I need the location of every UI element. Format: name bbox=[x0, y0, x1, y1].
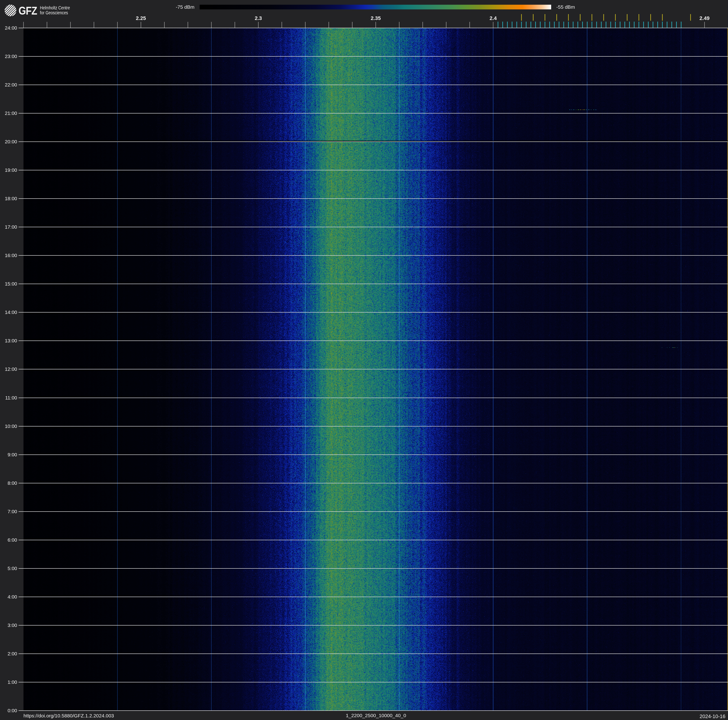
svg-text:8:00: 8:00 bbox=[8, 480, 17, 486]
svg-text:2.4: 2.4 bbox=[489, 15, 497, 21]
svg-text:22:00: 22:00 bbox=[5, 82, 17, 87]
svg-text:Helmholtz Centre: Helmholtz Centre bbox=[40, 5, 70, 11]
svg-text:20:00: 20:00 bbox=[5, 139, 17, 144]
svg-text:21:00: 21:00 bbox=[5, 110, 17, 116]
svg-text:6:00: 6:00 bbox=[8, 537, 17, 542]
svg-text:10:00: 10:00 bbox=[5, 423, 17, 429]
svg-text:9:00: 9:00 bbox=[8, 452, 17, 457]
svg-text:GFZ: GFZ bbox=[18, 4, 37, 17]
svg-text:17:00: 17:00 bbox=[5, 224, 17, 230]
svg-text:18:00: 18:00 bbox=[5, 196, 17, 201]
svg-text:3:00: 3:00 bbox=[8, 622, 17, 628]
svg-text:14:00: 14:00 bbox=[5, 309, 17, 315]
svg-text:24:00: 24:00 bbox=[5, 25, 17, 31]
svg-text:for Geosciences: for Geosciences bbox=[40, 10, 68, 15]
svg-text:13:00: 13:00 bbox=[5, 338, 17, 343]
svg-text:23:00: 23:00 bbox=[5, 54, 17, 59]
svg-text:2.3: 2.3 bbox=[255, 15, 262, 21]
svg-text:https://doi.org/10.5880/GFZ.1.: https://doi.org/10.5880/GFZ.1.2.2024.003 bbox=[23, 713, 114, 718]
svg-text:11:00: 11:00 bbox=[5, 395, 17, 400]
svg-text:-75 dBm: -75 dBm bbox=[176, 4, 194, 10]
svg-text:16:00: 16:00 bbox=[5, 253, 17, 258]
svg-text:2.49: 2.49 bbox=[700, 15, 710, 21]
svg-text:2.25: 2.25 bbox=[136, 15, 146, 21]
svg-text:-55 dBm: -55 dBm bbox=[556, 4, 575, 10]
svg-text:5:00: 5:00 bbox=[8, 565, 17, 571]
svg-text:19:00: 19:00 bbox=[5, 167, 17, 173]
svg-text:15:00: 15:00 bbox=[5, 281, 17, 286]
svg-text:12:00: 12:00 bbox=[5, 366, 17, 372]
svg-text:0:00: 0:00 bbox=[8, 708, 17, 713]
svg-text:2:00: 2:00 bbox=[8, 651, 17, 656]
svg-text:7:00: 7:00 bbox=[8, 509, 17, 514]
svg-text:2024-10-16: 2024-10-16 bbox=[700, 714, 725, 719]
svg-text:1:00: 1:00 bbox=[8, 679, 17, 685]
svg-text:2.35: 2.35 bbox=[371, 15, 381, 21]
svg-text:1_2200_2500_10000_40_0: 1_2200_2500_10000_40_0 bbox=[346, 713, 406, 718]
svg-text:4:00: 4:00 bbox=[8, 594, 17, 599]
